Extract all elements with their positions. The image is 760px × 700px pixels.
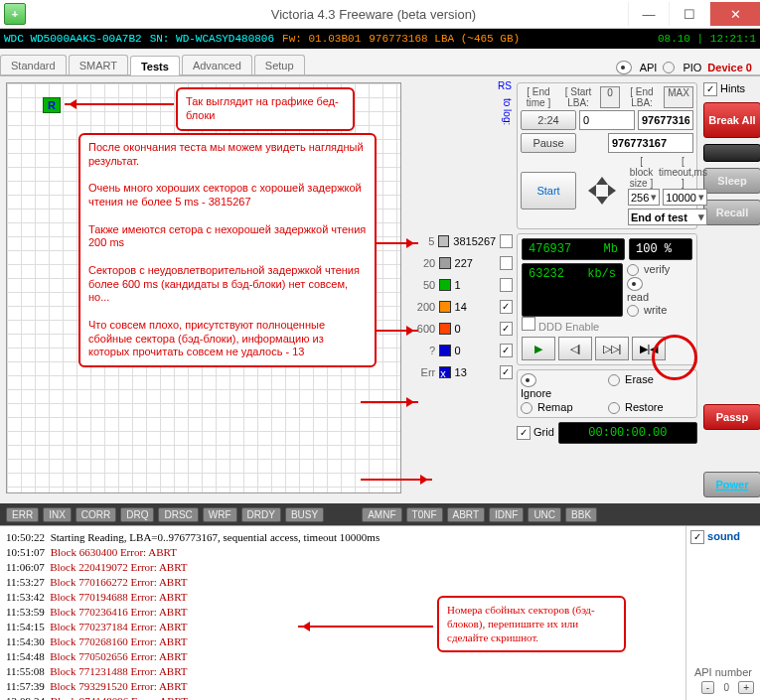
arrow-icon (298, 626, 433, 628)
flag-bbk: BBK (565, 507, 597, 522)
endtime-value: 2:24 (521, 110, 576, 130)
callout-badblock: Так выглядит на графике бед-блоки (176, 87, 355, 131)
firmware: Fw: 01.03B01 (282, 33, 361, 45)
endtest-select[interactable]: End of test (628, 209, 707, 225)
flag-t0nf: T0NF (406, 507, 443, 522)
result-row: Errx13 (409, 362, 513, 382)
serial: SN: WD-WCASYD480806 (150, 33, 274, 45)
flag-corr: CORR (76, 507, 116, 522)
flag-unc: UNC (528, 507, 561, 522)
tab-setup[interactable]: Setup (254, 55, 305, 74)
start-button[interactable]: Start (521, 172, 576, 210)
callout-log: Номера сбойных секторов (бэд-блоков), пе… (437, 596, 626, 652)
lcd-mb: 476937Mb (522, 238, 625, 260)
write-radio[interactable]: write (627, 304, 692, 317)
log-check[interactable] (500, 322, 513, 336)
flag-drsc: DRSC (158, 507, 198, 522)
log-check[interactable] (500, 278, 513, 292)
log-check[interactable] (500, 256, 513, 270)
lcd-kbs: 63232kb/s (522, 263, 623, 317)
pause-button[interactable]: Pause (521, 133, 576, 153)
break-all-button[interactable]: Break All (703, 102, 760, 138)
flag-drdy: DRDY (241, 507, 281, 522)
tab-smart[interactable]: SMART (69, 55, 128, 74)
log-check[interactable] (500, 344, 513, 357)
log-line: 10:51:07 Block 6630400 Error: ABRT (6, 545, 680, 560)
blocksize-select[interactable]: 256 (628, 189, 660, 206)
restore-radio[interactable]: Restore (608, 401, 693, 414)
result-row: 20227 (409, 253, 513, 273)
flag-drq: DRQ (120, 507, 154, 522)
verify-radio[interactable]: verify (627, 263, 692, 276)
arrow-icon (65, 103, 174, 105)
log-line: 12:09:24 Block 974148096 Error: ABRT (6, 694, 680, 700)
tab-advanced[interactable]: Advanced (182, 55, 252, 74)
next-button[interactable]: ▶|◀ (632, 337, 666, 360)
ddd-check[interactable]: DDD Enable (522, 321, 599, 333)
flag-wrf: WRF (203, 507, 237, 522)
result-row: 53815267 (409, 231, 513, 251)
zero-button[interactable]: 0 (600, 86, 620, 108)
result-row: ?0 (409, 341, 513, 360)
bad-block-marker: R (43, 97, 61, 113)
result-row: 20014 (409, 297, 513, 317)
result-row: 501 (409, 275, 513, 295)
log-pane: Номера сбойных секторов (бэд-блоков), пе… (0, 525, 760, 700)
flag-busy: BUSY (285, 507, 324, 522)
lcd-percent: 100 % (629, 238, 692, 260)
log-text[interactable]: Номера сбойных секторов (бэд-блоков), пе… (0, 526, 685, 700)
remap-radio[interactable]: Remap (521, 401, 606, 414)
recall-button[interactable]: Recall (703, 200, 760, 225)
read-radio[interactable]: read (627, 277, 692, 303)
erase-radio[interactable]: Erase (608, 373, 693, 399)
log-check[interactable] (500, 234, 513, 248)
play-button[interactable]: ▶ (522, 337, 555, 360)
nav-pad[interactable] (579, 163, 625, 218)
clock: 08.10 | 12:21:1 (658, 33, 756, 45)
log-check[interactable] (500, 365, 513, 379)
end-lba-input[interactable] (638, 110, 693, 130)
lba-group: [ End time ][ Start LBA:0[ End LBA:MAX 2… (517, 82, 697, 229)
api-inc[interactable]: + (738, 681, 754, 694)
lcd-timer: 00:00:00.00 (558, 422, 697, 444)
hints-check[interactable] (703, 82, 717, 96)
prev-button[interactable]: ▷▷| (595, 337, 629, 360)
tab-tests[interactable]: Tests (130, 56, 180, 75)
hdd-model: WDC WD5000AAKS-00A7B2 (4, 33, 142, 45)
tabs: Standard SMART Tests Advanced Setup API … (0, 49, 760, 76)
start-lba-input[interactable] (579, 110, 635, 130)
log-line: 11:53:27 Block 770166272 Error: ABRT (6, 575, 680, 590)
step-back-button[interactable]: ◁| (558, 337, 592, 360)
arrow-icon (361, 479, 432, 481)
callout-results: После окончания теста мы можем увидеть н… (78, 133, 377, 367)
ignore-radio[interactable]: Ignore (521, 373, 606, 399)
lba-size: 976773168 LBA (~465 GB) (369, 33, 520, 45)
max-button[interactable]: MAX (664, 86, 693, 108)
result-row: 6000 (409, 319, 513, 339)
minimize-button[interactable]: — (628, 2, 669, 26)
pio-radio[interactable] (663, 62, 675, 73)
log-line: 11:06:07 Block 220419072 Error: ABRT (6, 560, 680, 575)
titlebar: + Victoria 4.3 Freeware (beta version) —… (0, 0, 760, 29)
flag-row: ERRINXCORRDRQDRSCWRFDRDYBUSYAMNFT0NFABRT… (0, 503, 760, 525)
timeout-select[interactable]: 10000 (663, 189, 707, 206)
log-line: 11:55:08 Block 771231488 Error: ABRT (6, 664, 680, 679)
api-dec[interactable]: - (701, 681, 714, 694)
close-button[interactable]: ✕ (709, 2, 760, 26)
log-check[interactable] (500, 300, 513, 314)
api-number-value: 0 (716, 682, 736, 693)
tab-standard[interactable]: Standard (0, 55, 67, 74)
progress-bar (703, 144, 760, 162)
sleep-button[interactable]: Sleep (703, 168, 760, 194)
current-lba[interactable] (608, 133, 693, 153)
sound-check[interactable]: sound (690, 530, 740, 542)
maximize-button[interactable]: ☐ (669, 2, 709, 26)
flag-inx: INX (43, 507, 72, 522)
api-radio[interactable] (616, 61, 632, 74)
tolog-label: to log: (502, 98, 513, 125)
passp-button[interactable]: Passp (703, 404, 760, 430)
power-button[interactable]: Power (703, 472, 760, 497)
app-icon: + (4, 3, 26, 25)
grid-check[interactable]: Grid (517, 426, 554, 440)
flag-err: ERR (6, 507, 39, 522)
